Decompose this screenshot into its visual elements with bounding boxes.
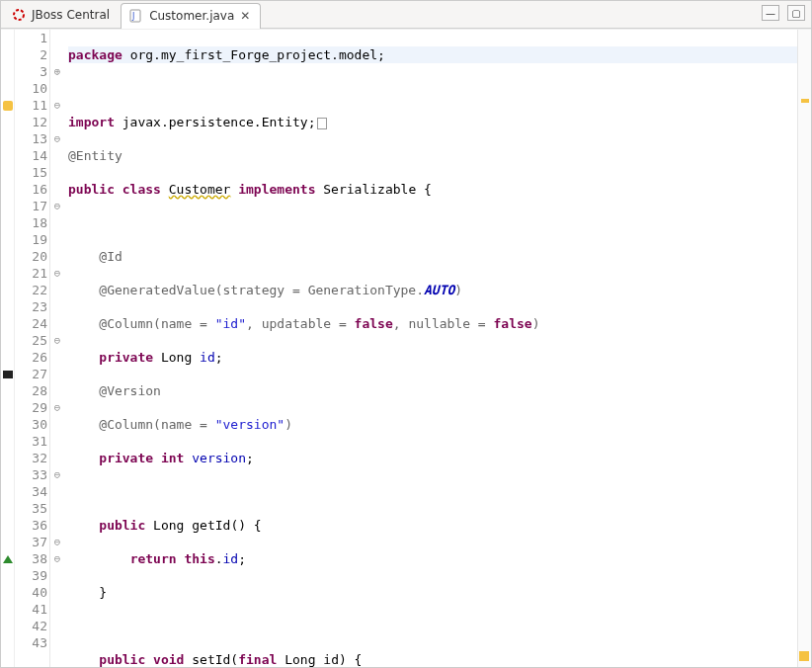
- marker-cell: [1, 181, 14, 198]
- marker-cell: [1, 450, 14, 466]
- fold-spacer: [50, 500, 64, 517]
- line-number: 25: [15, 332, 47, 349]
- override-icon[interactable]: [3, 555, 13, 563]
- fold-spacer: [50, 483, 64, 500]
- marker-cell: [1, 298, 14, 315]
- line-number: 1: [15, 30, 47, 46]
- folding-ruler: [50, 30, 64, 667]
- line-number: 39: [15, 567, 47, 584]
- fold-spacer: [50, 80, 64, 97]
- marker-cell: [1, 130, 14, 147]
- marker-cell: [1, 382, 14, 399]
- fold-spacer: [50, 30, 64, 46]
- fold-spacer: [50, 164, 64, 181]
- fold-collapse-icon[interactable]: [50, 97, 64, 114]
- fold-spacer: [50, 231, 64, 248]
- line-number: 20: [15, 248, 47, 265]
- folded-imports-icon[interactable]: [317, 118, 327, 129]
- tab-customer-java[interactable]: J Customer.java ✕: [121, 3, 261, 29]
- marker-cell: [1, 80, 14, 97]
- marker-cell: [1, 584, 14, 601]
- fold-spacer: [50, 366, 64, 382]
- marker-cell: [1, 97, 14, 114]
- line-number: 14: [15, 147, 47, 164]
- marker-cell: [1, 63, 14, 80]
- marker-cell: [1, 46, 14, 63]
- line-number: 28: [15, 382, 47, 399]
- marker-cell: [1, 265, 14, 282]
- java-file-icon: J: [129, 9, 143, 23]
- overview-warning-marker[interactable]: [801, 99, 809, 103]
- marker-cell: [1, 466, 14, 483]
- line-number: 16: [15, 181, 47, 198]
- marker-cell: [1, 634, 14, 651]
- marker-cell: [1, 399, 14, 416]
- line-number: 15: [15, 164, 47, 181]
- line-number: 19: [15, 231, 47, 248]
- fold-collapse-icon[interactable]: [50, 534, 64, 550]
- maximize-button[interactable]: ▢: [787, 5, 805, 21]
- bookmark-icon[interactable]: [3, 371, 13, 378]
- fold-collapse-icon[interactable]: [50, 198, 64, 214]
- fold-spacer: [50, 298, 64, 315]
- svg-point-0: [14, 10, 24, 20]
- fold-collapse-icon[interactable]: [50, 399, 64, 416]
- fold-spacer: [50, 181, 64, 198]
- line-number: 17: [15, 198, 47, 214]
- fold-collapse-icon[interactable]: [50, 130, 64, 147]
- marker-cell: [1, 198, 14, 214]
- marker-ruler: [1, 30, 15, 667]
- marker-cell: [1, 550, 14, 567]
- line-number: 2: [15, 46, 47, 63]
- minimize-button[interactable]: —: [762, 5, 779, 21]
- warning-icon[interactable]: [3, 101, 13, 111]
- marker-cell: [1, 114, 14, 130]
- marker-cell: [1, 416, 14, 433]
- jboss-icon: [12, 8, 26, 22]
- fold-spacer: [50, 315, 64, 332]
- overview-bottom-marker[interactable]: [799, 651, 809, 661]
- marker-cell: [1, 483, 14, 500]
- fold-spacer: [50, 147, 64, 164]
- fold-spacer: [50, 214, 64, 231]
- window-buttons: — ▢: [762, 5, 805, 21]
- line-number: 29: [15, 399, 47, 416]
- line-number: 21: [15, 265, 47, 282]
- fold-spacer: [50, 618, 64, 634]
- editor-area[interactable]: 1231011121314151617181920212223242526272…: [1, 29, 811, 667]
- marker-cell: [1, 164, 14, 181]
- marker-cell: [1, 214, 14, 231]
- close-icon[interactable]: ✕: [240, 11, 250, 21]
- line-number: 30: [15, 416, 47, 433]
- fold-expand-icon[interactable]: [50, 63, 64, 80]
- tab-label: JBoss Central: [32, 8, 110, 22]
- fold-collapse-icon[interactable]: [50, 332, 64, 349]
- marker-cell: [1, 231, 14, 248]
- fold-collapse-icon[interactable]: [50, 466, 64, 483]
- line-number: 42: [15, 618, 47, 634]
- fold-spacer: [50, 114, 64, 130]
- tab-jboss-central[interactable]: JBoss Central: [3, 2, 121, 28]
- fold-spacer: [50, 601, 64, 618]
- fold-spacer: [50, 282, 64, 298]
- marker-cell: [1, 248, 14, 265]
- marker-cell: [1, 500, 14, 517]
- line-number: 27: [15, 366, 47, 382]
- svg-text:J: J: [131, 12, 134, 21]
- fold-collapse-icon[interactable]: [50, 550, 64, 567]
- line-number: 24: [15, 315, 47, 332]
- overview-ruler[interactable]: [797, 30, 811, 667]
- fold-spacer: [50, 450, 64, 466]
- fold-collapse-icon[interactable]: [50, 265, 64, 282]
- editor-window: JBoss Central J Customer.java ✕ — ▢ 1231…: [0, 0, 812, 668]
- line-number: 43: [15, 634, 47, 651]
- marker-cell: [1, 618, 14, 634]
- fold-spacer: [50, 349, 64, 366]
- line-number: 40: [15, 584, 47, 601]
- line-number: 32: [15, 450, 47, 466]
- fold-spacer: [50, 433, 64, 450]
- fold-spacer: [50, 634, 64, 651]
- code-area[interactable]: package org.my_first_Forge_project.model…: [64, 30, 797, 667]
- line-number: 13: [15, 130, 47, 147]
- fold-spacer: [50, 248, 64, 265]
